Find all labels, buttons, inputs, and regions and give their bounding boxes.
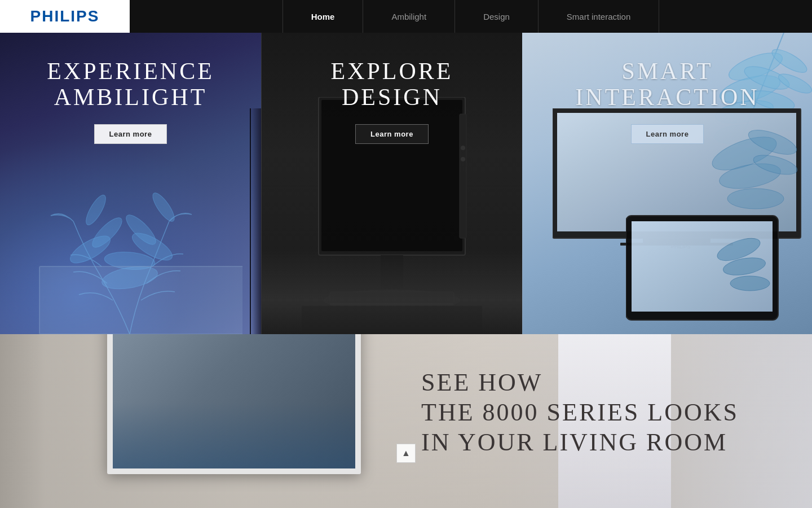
logo-container: PHILIPS <box>0 0 130 33</box>
navbar: PHILIPS Home Ambilight Design Smart inte… <box>0 0 812 33</box>
plant-decoration-1 <box>17 165 242 334</box>
panel1-content: EXPERIENCE AMBILIGHT Learn more <box>0 33 261 144</box>
tablet-mockup <box>626 210 784 323</box>
design-floor <box>262 249 522 334</box>
scroll-up-indicator[interactable]: ▲ <box>396 444 416 463</box>
ambilight-title: EXPERIENCE AMBILIGHT <box>0 58 261 110</box>
lower-text-line3: IN YOUR LIVING ROOM <box>421 428 739 458</box>
nav-links: Home Ambilight Design Smart interaction <box>130 0 812 33</box>
hero-panel-smart: PHILIPS SMART <box>522 33 812 334</box>
screen-artwork <box>113 402 355 468</box>
svg-point-12 <box>461 146 465 150</box>
nav-item-smart[interactable]: Smart interaction <box>539 0 659 33</box>
svg-rect-8 <box>39 266 242 334</box>
svg-point-6 <box>82 192 109 227</box>
lower-text-line2: THE 8000 SERIES LOOKS <box>421 398 739 428</box>
design-learn-more-btn[interactable]: Learn more <box>355 124 429 144</box>
curtain-left <box>0 334 45 508</box>
lower-section: ▲ SEE HOW THE 8000 SERIES LOOKS IN YOUR … <box>0 334 812 508</box>
chevron-up-icon: ▲ <box>401 448 411 458</box>
tv-lower-screen <box>113 334 355 468</box>
svg-point-7 <box>149 190 178 225</box>
hero-section: EXPERIENCE AMBILIGHT Learn more <box>0 33 812 334</box>
ambilight-learn-more-btn[interactable]: Learn more <box>94 124 167 144</box>
smart-title: SMART INTERACTION <box>523 58 812 110</box>
smart-learn-more-btn[interactable]: Learn more <box>631 124 704 144</box>
nav-item-home[interactable]: Home <box>283 0 364 33</box>
panel2-content: EXPLORE DESIGN Learn more <box>262 33 522 144</box>
nav-item-ambilight[interactable]: Ambilight <box>363 0 455 33</box>
svg-point-13 <box>461 157 465 161</box>
lower-text-block: SEE HOW THE 8000 SERIES LOOKS IN YOUR LI… <box>421 368 739 457</box>
design-title: EXPLORE DESIGN <box>262 58 522 110</box>
hero-panel-design: EXPLORE DESIGN Learn more <box>261 33 522 334</box>
nav-item-design[interactable]: Design <box>455 0 539 33</box>
svg-point-35 <box>727 189 784 209</box>
hero-panel-ambilight: EXPERIENCE AMBILIGHT Learn more <box>0 33 261 334</box>
philips-logo: PHILIPS <box>30 7 100 25</box>
panel3-content: SMART INTERACTION Learn more <box>523 33 812 144</box>
svg-point-46 <box>730 276 770 291</box>
lower-text-line1: SEE HOW <box>421 368 739 398</box>
tv-lower-frame <box>107 334 361 474</box>
